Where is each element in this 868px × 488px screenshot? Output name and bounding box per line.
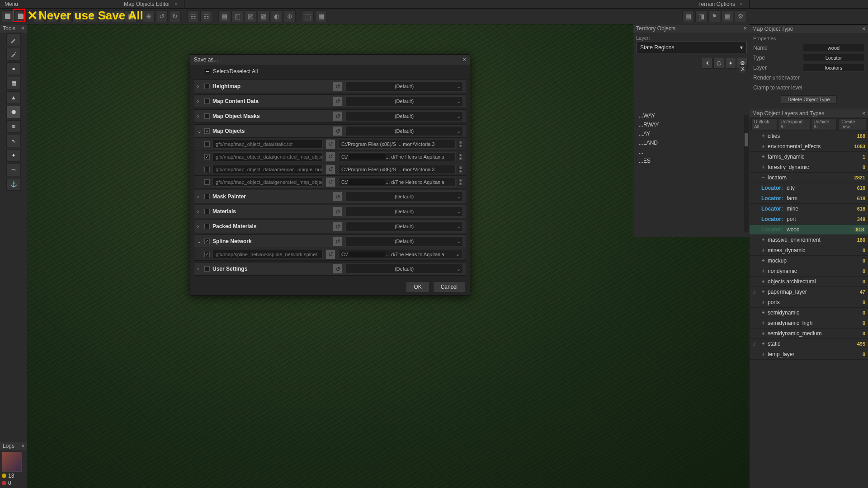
expand-icon[interactable]: + [760, 247, 766, 253]
chevron-icon[interactable]: › [197, 83, 202, 89]
destination-path[interactable]: C:/... d/The Heirs to Aquitania [338, 178, 456, 187]
select-all-checkbox[interactable] [205, 69, 210, 74]
section-checkbox[interactable] [204, 84, 210, 89]
file-path[interactable]: gfx/map/map_object_data/generated_map_ob… [212, 152, 323, 161]
tool-button[interactable]: ⚑ [708, 10, 720, 22]
chevron-icon[interactable]: ⌄ [197, 238, 202, 244]
chevron-down-icon[interactable]: ⌄ [457, 209, 461, 215]
chevron-icon[interactable]: › [197, 208, 202, 215]
chevron-icon[interactable]: › [197, 223, 202, 230]
close-icon[interactable]: × [175, 1, 178, 7]
section-checkbox[interactable] [204, 209, 210, 214]
reset-button[interactable]: ↺ [333, 206, 343, 216]
chevron-icon[interactable]: ⌄ [197, 128, 202, 134]
section-checkbox[interactable] [204, 266, 210, 272]
reset-button[interactable]: ↺ [333, 81, 343, 91]
path-select[interactable]: (Default)⌄ [345, 192, 463, 202]
reset-button[interactable]: ↺ [333, 111, 343, 121]
file-checkbox[interactable] [204, 179, 210, 185]
section-checkbox[interactable] [204, 224, 210, 229]
tool-button[interactable]: ▦ [125, 10, 137, 22]
file-path[interactable]: gfx/map/map_object_data/static.txt [212, 140, 323, 149]
chevron-down-icon[interactable]: ⌄ [456, 251, 460, 257]
save-button[interactable] [2, 10, 14, 22]
locator-item[interactable]: Locator:wood618 [750, 225, 868, 235]
tool-button[interactable]: ⬚ [33, 10, 45, 22]
locator-item[interactable]: Locator:port349 [750, 214, 868, 225]
expand-icon[interactable]: + [760, 133, 766, 139]
section-header[interactable]: › Mask Painter ↺ (Default)⌄ [194, 190, 466, 203]
layer-item[interactable]: +semidynamic_medium0 [750, 328, 868, 339]
hidden-icon[interactable]: ⊘ [752, 290, 759, 295]
menu-button[interactable]: Menu [0, 1, 23, 7]
tool-button[interactable]: ↺ [156, 10, 168, 22]
brush-tool[interactable] [6, 48, 21, 61]
file-checkbox[interactable] [204, 167, 210, 172]
tool-button[interactable]: ▥ [231, 10, 243, 22]
close-icon[interactable]: × [862, 110, 865, 117]
tool-button[interactable]: ◨ [695, 10, 707, 22]
layer-tool[interactable]: ≋ [6, 120, 21, 133]
file-checkbox[interactable] [204, 141, 210, 147]
ok-button[interactable]: OK [406, 282, 429, 292]
territory-list-item[interactable]: ...AY [633, 129, 750, 138]
terrain-tool[interactable]: ▲ [6, 91, 21, 104]
layer-item[interactable]: ⊘+papermap_layer47 [750, 287, 868, 297]
tool-button[interactable]: ▦ [722, 10, 733, 22]
layer-item[interactable]: +objects architectural0 [750, 277, 868, 287]
layer-item[interactable]: ⊘+static495 [750, 339, 868, 349]
expand-icon[interactable]: − [760, 174, 766, 181]
file-checkbox[interactable] [204, 252, 210, 257]
hidden-icon[interactable]: ⊘ [752, 342, 759, 347]
layer-item[interactable]: +semidynamic0 [750, 308, 868, 318]
tool-button[interactable]: ⊕ [143, 10, 155, 22]
section-checkbox[interactable] [204, 239, 210, 244]
path-select[interactable]: (Default)⌄ [345, 221, 463, 231]
unexpand-all-button[interactable]: Un/expand All [778, 118, 810, 130]
chevron-down-icon[interactable]: ⌄ [457, 128, 461, 134]
reset-button[interactable]: ↺ [333, 236, 343, 246]
path-select[interactable]: (Default)⌄ [345, 81, 463, 91]
layer-item[interactable]: +semidynamic_high0 [750, 318, 868, 328]
stepper[interactable]: ▴▾ [458, 153, 463, 160]
locator-item[interactable]: Locator:farm618 [750, 193, 868, 204]
reset-button[interactable]: ↺ [326, 249, 335, 259]
tool-button[interactable]: ⊛ [284, 10, 296, 22]
reset-button[interactable]: ↺ [326, 177, 335, 187]
section-checkbox[interactable] [204, 128, 210, 134]
layer-item[interactable]: +mines_dynamic0 [750, 245, 868, 256]
section-checkbox[interactable] [204, 194, 210, 199]
tool-button[interactable]: ▤ [218, 10, 230, 22]
chevron-down-icon[interactable]: ⌄ [457, 239, 461, 244]
expand-icon[interactable]: + [760, 268, 766, 274]
tab-map-objects-editor[interactable]: Map Objects Editor× [118, 0, 184, 8]
expand-icon[interactable]: + [760, 143, 766, 150]
territory-list-item[interactable]: ...ES [633, 156, 750, 165]
tool-button[interactable]: ◈ [99, 10, 110, 22]
territory-tool-button[interactable]: ✦ [725, 58, 736, 69]
section-header[interactable]: › Materials ↺ (Default)⌄ [194, 205, 466, 218]
delete-object-type-button[interactable]: Delete Object Type [781, 95, 836, 103]
tool-button[interactable]: ↖ [112, 10, 123, 22]
close-icon[interactable]: × [740, 1, 743, 7]
section-header[interactable]: › User Settings ↺ (Default)⌄ [194, 262, 466, 276]
close-button[interactable]: X [739, 65, 747, 73]
locator-item[interactable]: Locator:city618 [750, 183, 868, 193]
file-path[interactable]: gfx/map/map_object_data/american_unique_… [212, 165, 323, 174]
layer-select[interactable]: State Regions▾ [636, 42, 747, 53]
layer-item[interactable]: +environmental_effects1053 [750, 141, 868, 152]
tab-terrain-options[interactable]: Terrain Options× [692, 0, 750, 8]
expand-icon[interactable]: + [760, 154, 766, 160]
close-icon[interactable]: × [21, 25, 24, 32]
reset-button[interactable]: ↺ [326, 139, 335, 149]
chevron-icon[interactable]: › [197, 193, 202, 200]
save-all-button[interactable] [15, 10, 27, 22]
destination-path[interactable]: C:/... d/The Heirs to Aquitania⌄ [338, 250, 463, 259]
reset-button[interactable]: ↺ [333, 96, 343, 106]
layer-item[interactable]: +temp_layer0 [750, 349, 868, 360]
file-path[interactable]: gfx/map/map_object_data/generated_map_ob… [212, 178, 323, 187]
chevron-down-icon[interactable]: ⌄ [457, 224, 461, 230]
expand-icon[interactable]: + [760, 351, 766, 357]
file-path[interactable]: gfx/map/spline_network/spline_network.sp… [212, 250, 323, 259]
scrollbar[interactable] [744, 115, 749, 232]
